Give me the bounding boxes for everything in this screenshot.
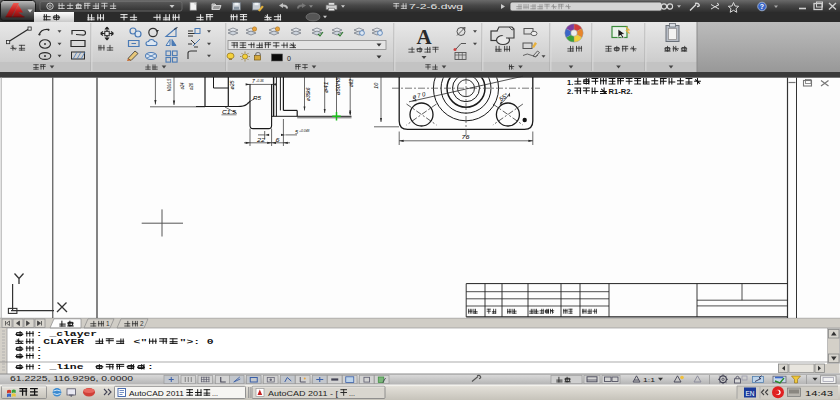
- svg-text:+0.048: +0.048: [299, 129, 310, 133]
- svg-text:: _line: : _line: [36, 363, 84, 371]
- svg-text:ø35k6: ø35k6: [306, 87, 311, 101]
- svg-text:...: ...: [212, 390, 218, 397]
- svg-text:1:1: 1:1: [643, 376, 656, 383]
- svg-text:7: 7: [252, 78, 255, 84]
- svg-text:1: 1: [106, 320, 110, 327]
- svg-text:ø50H8: ø50H8: [336, 77, 341, 95]
- svg-text::: :: [36, 353, 43, 361]
- svg-text:A: A: [416, 25, 432, 49]
- svg-text:22: 22: [256, 137, 265, 143]
- svg-text:EN: EN: [746, 390, 755, 397]
- svg-text:2: 2: [140, 320, 144, 327]
- svg-text:61.2225, 116.9296, 0.0000: 61.2225, 116.9296, 0.0000: [10, 375, 133, 382]
- svg-text:M16x1.5: M16x1.5: [167, 79, 172, 91]
- svg-text:AutoCAD 2011: AutoCAD 2011: [129, 390, 184, 397]
- svg-text::: :: [147, 363, 154, 371]
- svg-text:ø41: ø41: [324, 81, 329, 93]
- svg-text:R1-R2.: R1-R2.: [609, 87, 633, 96]
- svg-text:ø62: ø62: [349, 79, 354, 87]
- svg-text:CLAYER: CLAYER: [43, 338, 85, 346]
- svg-text:2.: 2.: [567, 87, 573, 96]
- svg-text:ø25: ø25: [230, 80, 235, 89]
- svg-text:-0.36: -0.36: [256, 79, 264, 83]
- svg-text:C1.5: C1.5: [222, 109, 237, 115]
- svg-text:ø20: ø20: [189, 83, 194, 90]
- svg-text:?: ?: [760, 3, 764, 10]
- svg-text:10: 10: [374, 82, 379, 89]
- svg-text:AutoCAD 2011 - [: AutoCAD 2011 - [: [268, 390, 338, 398]
- svg-text:...: ...: [349, 390, 355, 397]
- svg-text:76: 76: [462, 134, 471, 140]
- svg-text:R5: R5: [253, 95, 261, 101]
- svg-text:ø24: ø24: [180, 82, 185, 89]
- svg-text:14:43: 14:43: [805, 389, 834, 398]
- svg-text:0: 0: [287, 55, 291, 62]
- svg-text:1.: 1.: [567, 78, 573, 87]
- svg-text:7-2-6.dwg: 7-2-6.dwg: [409, 3, 463, 11]
- svg-text:<": <": [134, 338, 148, 346]
- svg-text:">: 0: ">: 0: [180, 338, 214, 346]
